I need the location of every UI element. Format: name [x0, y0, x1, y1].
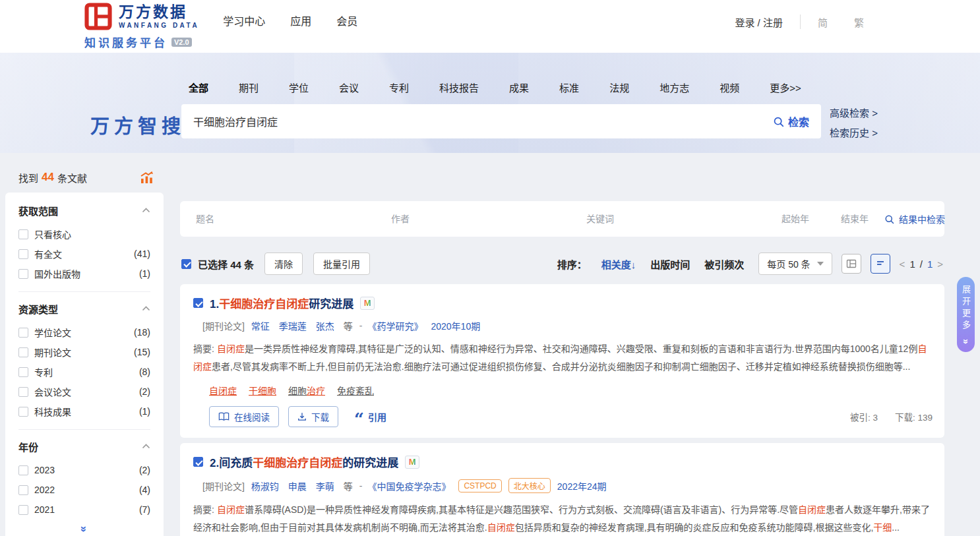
- statistics-chart-icon[interactable]: [140, 171, 154, 184]
- tab-degree[interactable]: 学位: [289, 80, 309, 94]
- checkbox[interactable]: [18, 249, 28, 259]
- chevron-up-icon[interactable]: [142, 444, 150, 449]
- tab-journal[interactable]: 期刊: [239, 80, 259, 94]
- filter-year-2021[interactable]: 2021 (7): [18, 500, 150, 520]
- result-title[interactable]: 2.间充质干细胞治疗自闭症的研究进展: [210, 454, 398, 470]
- checkbox[interactable]: [18, 347, 28, 357]
- tab-regulation[interactable]: 法规: [609, 80, 629, 94]
- advanced-search-link[interactable]: 高级检索 >: [830, 105, 878, 119]
- read-online-button[interactable]: 在线阅读: [209, 406, 279, 427]
- search-history-link[interactable]: 检索历史 >: [830, 125, 878, 139]
- tab-standard[interactable]: 标准: [559, 80, 579, 94]
- login-register-link[interactable]: 登录 / 注册: [735, 15, 783, 29]
- cite-button[interactable]: “ 引用: [354, 410, 386, 423]
- result-checkbox[interactable]: [193, 298, 203, 308]
- m-source-badge[interactable]: M: [405, 456, 419, 469]
- next-page-button[interactable]: >: [937, 258, 943, 270]
- search-in-results-button[interactable]: 结果中检索: [884, 212, 945, 225]
- lang-simplified[interactable]: 简: [818, 15, 828, 29]
- layout-view-button[interactable]: [842, 254, 861, 274]
- page-size-select[interactable]: 每页 50 条: [758, 253, 832, 275]
- chevron-double-down-icon[interactable]: »: [79, 526, 90, 532]
- nav-membership[interactable]: 会员: [336, 13, 357, 28]
- filter-journal-article[interactable]: 期刊论文 (15): [18, 342, 150, 362]
- checkbox[interactable]: [18, 465, 28, 475]
- select-all-checkbox[interactable]: [181, 259, 191, 269]
- keyword-link[interactable]: 干细胞: [249, 384, 276, 397]
- author-link[interactable]: 季瑞莲: [279, 319, 307, 332]
- tab-patent[interactable]: 专利: [389, 80, 409, 94]
- filter-tech-achievement[interactable]: 科技成果 (1): [18, 402, 150, 421]
- chevron-down-icon: [817, 262, 824, 266]
- checkbox[interactable]: [18, 269, 28, 279]
- checkbox[interactable]: [18, 367, 28, 377]
- filter-patent[interactable]: 专利 (8): [18, 362, 150, 382]
- checkbox[interactable]: [18, 387, 28, 397]
- author-link[interactable]: 张杰: [316, 319, 334, 332]
- chevron-up-icon[interactable]: [142, 208, 150, 213]
- sort-desc-arrow: ↓: [631, 259, 636, 270]
- refine-author-input[interactable]: [391, 214, 561, 224]
- sort-by-publish-date[interactable]: 出版时间: [650, 257, 690, 271]
- m-source-badge[interactable]: M: [360, 297, 375, 310]
- issue-label[interactable]: 2020年10期: [431, 319, 480, 332]
- batch-cite-button[interactable]: 批量引用: [313, 253, 370, 275]
- checkbox[interactable]: [18, 328, 28, 338]
- filter-year-2023[interactable]: 2023 (2): [18, 460, 150, 480]
- keyword-link[interactable]: 细胞治疗: [288, 384, 325, 397]
- refine-title-input[interactable]: [196, 214, 366, 224]
- tab-achievement[interactable]: 成果: [509, 80, 529, 94]
- checkbox[interactable]: [18, 485, 28, 495]
- nav-learning-center[interactable]: 学习中心: [223, 13, 265, 28]
- filter-core-only[interactable]: 只看核心: [18, 224, 150, 244]
- sort-label: 排序：: [557, 257, 587, 271]
- author-link[interactable]: 常征: [251, 319, 270, 332]
- tab-more[interactable]: 更多>>: [770, 80, 801, 94]
- filter-conference-paper[interactable]: 会议论文 (2): [18, 382, 150, 402]
- expand-more-button[interactable]: 展开更多 »: [957, 277, 975, 352]
- tab-tech-report[interactable]: 科技报告: [439, 80, 479, 94]
- wanfang-logo[interactable]: 万方数据 WANFANG DATA 知识服务平台 V2.0: [84, 3, 199, 50]
- search-icon: [773, 116, 784, 127]
- result-checkbox[interactable]: [193, 457, 203, 467]
- result-item-2: 2.间充质干细胞治疗自闭症的研究进展 M [期刊论文] 杨淑钧 申晨 李萌 等 …: [180, 443, 944, 536]
- sort-by-relevance[interactable]: 相关度↓: [601, 257, 636, 271]
- tab-local-chronicle[interactable]: 地方志: [659, 80, 689, 94]
- author-link[interactable]: 李萌: [316, 479, 334, 492]
- tab-conference[interactable]: 会议: [339, 80, 359, 94]
- prev-page-button[interactable]: <: [900, 258, 905, 270]
- search-button[interactable]: 检索: [773, 113, 809, 129]
- filter-panel: 获取范围 只看核心 有全文 (41) 国外出版物: [5, 193, 164, 536]
- search-input[interactable]: [193, 115, 773, 127]
- tab-all[interactable]: 全部: [189, 80, 208, 94]
- lang-traditional[interactable]: 繁: [854, 15, 864, 29]
- sort-by-cited-count[interactable]: 被引频次: [704, 257, 744, 271]
- keyword-link[interactable]: 自闭症: [209, 384, 237, 397]
- keyword-link[interactable]: 免疫紊乱: [337, 384, 374, 397]
- checkbox[interactable]: [18, 505, 28, 515]
- checkbox[interactable]: [18, 407, 28, 417]
- refine-keyword-input[interactable]: [586, 214, 756, 224]
- list-view-button[interactable]: [871, 254, 890, 274]
- author-link[interactable]: 申晨: [288, 479, 307, 492]
- filter-degree-thesis[interactable]: 学位论文 (18): [18, 322, 150, 342]
- journal-link[interactable]: 《中国免疫学杂志》: [367, 479, 450, 492]
- nav-apps[interactable]: 应用: [290, 13, 311, 28]
- refine-end-year-input[interactable]: [841, 214, 882, 224]
- journal-link[interactable]: 《药学研究》: [367, 319, 423, 332]
- filter-foreign-publication[interactable]: 国外出版物 (1): [18, 264, 150, 283]
- tab-video[interactable]: 视频: [720, 80, 739, 94]
- platform-name: 知识服务平台: [84, 34, 168, 50]
- result-count-row: 找到 44 条文献: [5, 170, 164, 185]
- result-title[interactable]: 1.干细胞治疗自闭症研究进展: [210, 295, 353, 311]
- filter-year-2022[interactable]: 2022 (4): [18, 480, 150, 500]
- download-button[interactable]: 下载: [288, 406, 338, 427]
- issue-label[interactable]: 2022年24期: [557, 479, 607, 492]
- filter-fulltext[interactable]: 有全文 (41): [18, 244, 150, 264]
- refine-start-year-input[interactable]: [781, 214, 823, 224]
- chevron-up-icon[interactable]: [142, 306, 150, 311]
- author-link[interactable]: 杨淑钧: [251, 479, 279, 492]
- clear-selection-button[interactable]: 清除: [264, 253, 303, 275]
- book-icon: [218, 412, 230, 421]
- checkbox[interactable]: [18, 229, 28, 239]
